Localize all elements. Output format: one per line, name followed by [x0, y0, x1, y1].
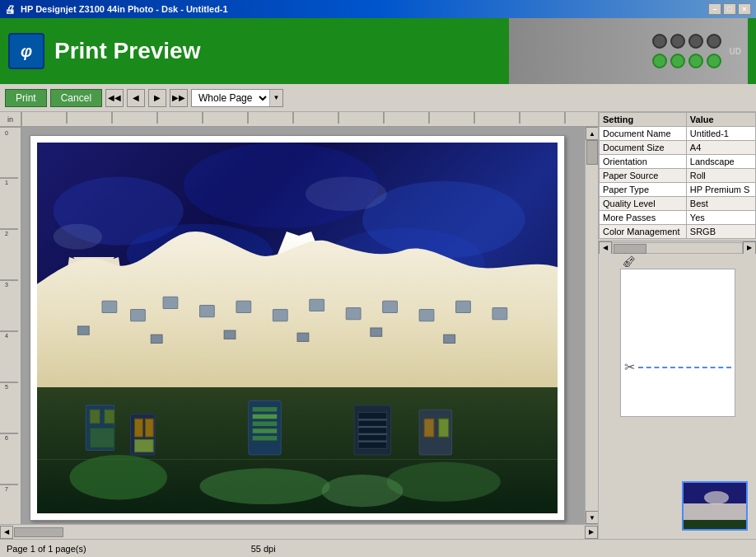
svg-rect-46 [273, 310, 287, 321]
svg-rect-66 [145, 419, 153, 437]
scroll-down-button[interactable]: ▼ [586, 511, 598, 524]
settings-cell-value: HP Premium S [686, 183, 755, 197]
svg-rect-69 [253, 407, 278, 411]
settings-row: Document SizeA4 [600, 141, 756, 155]
settings-cell-name: Color Management [600, 225, 687, 239]
settings-cell-name: Document Size [600, 141, 687, 155]
svg-rect-47 [310, 299, 324, 311]
canvas-area: 0 1 2 3 4 5 6 7 [0, 127, 598, 524]
scroll-thumb[interactable] [586, 140, 598, 165]
settings-row: Document NameUntitled-1 [600, 127, 756, 141]
scroll-left-button[interactable]: ◀ [0, 526, 13, 539]
settings-row: Paper TypeHP Premium S [600, 183, 756, 197]
svg-rect-63 [90, 428, 114, 447]
print-button[interactable]: Print [5, 89, 47, 107]
svg-rect-58 [444, 335, 455, 343]
settings-cell-name: Orientation [600, 155, 687, 169]
svg-rect-52 [492, 307, 507, 319]
settings-cell-value: Untitled-1 [686, 127, 755, 141]
settings-cell-name: More Passes [600, 211, 687, 225]
settings-scroll-track [612, 242, 743, 254]
close-button[interactable]: × [738, 3, 751, 15]
settings-header-value: Value [686, 113, 755, 127]
svg-rect-67 [135, 439, 154, 452]
settings-cell-value: Roll [686, 169, 755, 183]
cut-line: ✂ [621, 359, 735, 375]
svg-rect-55 [224, 330, 236, 339]
cancel-button[interactable]: Cancel [50, 89, 102, 107]
svg-rect-49 [383, 301, 398, 312]
settings-cell-name: Paper Source [600, 169, 687, 183]
nav-prev-button[interactable]: ◀ [127, 89, 145, 107]
svg-rect-57 [371, 328, 382, 336]
vertical-scrollbar: ▲ ▼ [585, 127, 598, 524]
settings-cell-value: SRGB [686, 225, 755, 239]
svg-rect-71 [253, 422, 278, 426]
horizontal-scrollbar-preview: ◀ ▶ [0, 524, 598, 539]
settings-row: Color ManagementSRGB [600, 225, 756, 239]
title-bar-icon: 🖨 [5, 3, 16, 16]
settings-cell-name: Document Name [600, 127, 687, 141]
settings-scroll-thumb[interactable] [614, 244, 646, 254]
svg-rect-56 [297, 333, 309, 341]
right-panel: Setting Value Document NameUntitled-1Doc… [598, 112, 756, 539]
page-container [30, 135, 565, 521]
app-title: Print Preview [54, 38, 499, 64]
artwork [37, 143, 558, 513]
svg-rect-62 [105, 410, 114, 423]
settings-header-setting: Setting [600, 113, 687, 127]
svg-rect-53 [77, 326, 89, 335]
scroll-right-button[interactable]: ▶ [585, 526, 598, 539]
settings-cell-value: Yes [686, 211, 755, 225]
svg-rect-44 [200, 305, 215, 316]
hp-logo: φ [8, 33, 44, 69]
zoom-arrow-icon[interactable]: ▼ [269, 90, 282, 106]
printer-graphic: UD [509, 18, 748, 84]
thumbnail-image [684, 483, 746, 529]
dpi-info: 55 dpi [251, 544, 276, 554]
zoom-select-input[interactable]: Whole Page 50% 75% 100% 200% [192, 90, 269, 106]
settings-cell-value: A4 [686, 141, 755, 155]
svg-rect-65 [135, 419, 143, 437]
h-scroll-thumb[interactable] [14, 527, 63, 537]
settings-horizontal-scrollbar: ◀ ▶ [599, 241, 756, 254]
svg-rect-82 [439, 419, 449, 437]
svg-rect-50 [419, 310, 434, 321]
settings-row: OrientationLandscape [600, 155, 756, 169]
scroll-up-button[interactable]: ▲ [586, 127, 598, 140]
nav-next-button[interactable]: ▶ [148, 89, 166, 107]
h-scroll-track [13, 527, 585, 538]
svg-rect-90 [684, 520, 748, 531]
settings-scroll-right[interactable]: ▶ [743, 241, 756, 255]
nav-first-button[interactable]: ◀◀ [105, 89, 124, 107]
svg-rect-41 [102, 301, 117, 312]
svg-point-85 [200, 468, 330, 504]
main-area: in 0 1 2 3 4 5 6 7 8 9 10 [0, 112, 756, 539]
svg-rect-42 [131, 310, 146, 321]
svg-rect-73 [253, 436, 278, 440]
settings-cell-value: Best [686, 197, 755, 211]
ruler-row: in 0 1 2 3 4 5 6 7 8 9 10 [0, 112, 598, 127]
svg-point-91 [704, 491, 729, 504]
minimize-button[interactable]: – [708, 3, 721, 15]
zoom-dropdown[interactable]: Whole Page 50% 75% 100% 200% ▼ [191, 89, 283, 107]
settings-row: More PassesYes [600, 211, 756, 225]
header-bar: φ Print Preview UD [0, 18, 756, 84]
cut-dash-line [638, 367, 731, 368]
nav-last-button[interactable]: ▶▶ [170, 89, 188, 107]
paper-roll-area: 🗞 ✂ [599, 254, 756, 539]
svg-point-84 [70, 455, 168, 500]
paper-roll: ✂ [620, 269, 735, 417]
svg-point-87 [322, 475, 404, 507]
title-bar: 🖨 HP Designjet Z3100 44in Photo - Dsk - … [0, 0, 756, 18]
maximize-button[interactable]: □ [723, 3, 736, 15]
svg-rect-75 [358, 413, 387, 449]
svg-rect-51 [456, 301, 471, 312]
svg-rect-43 [163, 297, 178, 308]
settings-scroll-left[interactable]: ◀ [599, 241, 612, 255]
scroll-content [21, 127, 585, 524]
scroll-track [586, 140, 598, 511]
vertical-ruler: 0 1 2 3 4 5 6 7 [0, 127, 21, 524]
svg-rect-48 [346, 307, 361, 319]
settings-cell-value: Landscape [686, 155, 755, 169]
